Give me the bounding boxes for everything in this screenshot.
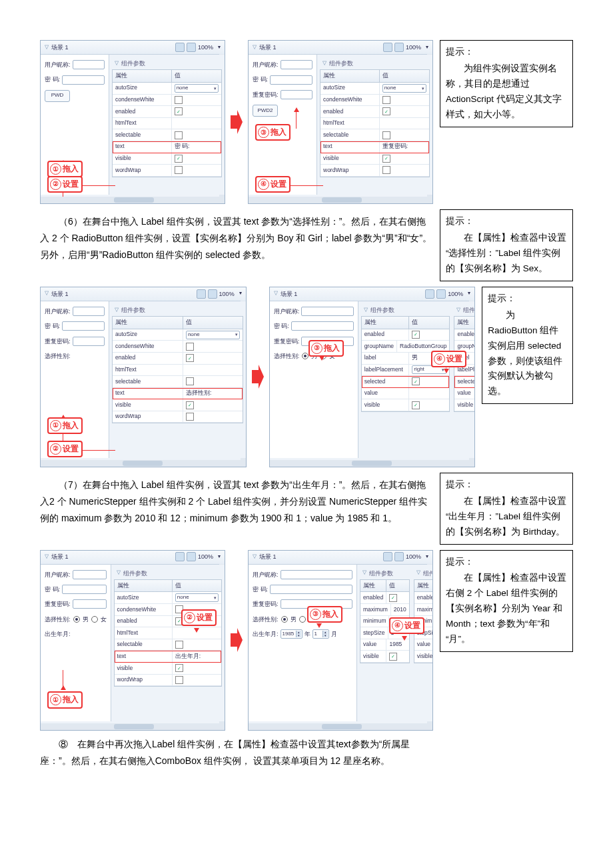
user-input[interactable]: [73, 60, 105, 69]
panel-scene-2a: ▽场景 1 100%▾ 用户昵称: 密 码: 重复密码: 选择性别: ▽组件参数: [40, 287, 247, 467]
checkbox[interactable]: [186, 377, 194, 385]
prop-row: value1: [414, 639, 433, 651]
prop-row: visible: [115, 663, 221, 675]
arrow-icon: [294, 107, 299, 112]
prop-row: wordWrap: [320, 165, 429, 177]
prop-row: enabled: [360, 592, 409, 604]
scene-title: 场景 1: [51, 43, 69, 52]
callout-drag-3: ③拖入: [255, 124, 291, 141]
flow-arrow-icon: [231, 40, 243, 204]
tip-box-3: 提示： 为 RadioButton 组件实例启用 selected 参数，则使该…: [482, 287, 573, 405]
checkbox[interactable]: [175, 131, 183, 139]
prop-row: value: [362, 388, 450, 400]
prop-row: maximum2010: [360, 604, 409, 616]
prop-row: htmlText: [113, 365, 243, 377]
checkbox[interactable]: [186, 343, 194, 351]
chevron-down-icon[interactable]: ▾: [218, 43, 221, 52]
prop-row: visible: [454, 399, 475, 411]
callout-set-4: ④设置: [255, 176, 291, 193]
prop-row: selectable: [115, 639, 221, 651]
paragraph-8: ⑧ 在舞台中再次拖入Label 组件实例，在【属性】检查器中设置其text参数为…: [40, 736, 433, 769]
dropdown[interactable]: none▾: [175, 593, 219, 602]
prop-row: htmlText: [113, 118, 221, 130]
prop-row: visible: [320, 153, 429, 165]
prop-row: visible: [113, 153, 221, 165]
year-stepper[interactable]: 1985▴▾: [281, 629, 303, 639]
prop-row: text密 码:: [113, 141, 221, 153]
paragraph-6: （6）在舞台中拖入 Label 组件实例，设置其 text 参数为“选择性别：”…: [40, 213, 433, 264]
checkbox[interactable]: [186, 401, 194, 409]
scrollbar-h[interactable]: [41, 197, 225, 203]
prop-row: text出生年月:: [115, 651, 221, 663]
prop-row: autoSizenone▾: [113, 329, 243, 341]
flow-arrow-icon: [231, 550, 243, 731]
prop-row: maximum12: [414, 604, 433, 616]
prop-row: selected: [362, 376, 450, 388]
checkbox[interactable]: [175, 166, 183, 174]
prop-row: visible: [360, 651, 409, 663]
checkbox[interactable]: [382, 96, 390, 104]
prop-row: selected: [454, 376, 475, 388]
prop-row: wordWrap: [113, 165, 221, 177]
inspector-area: ▽组件参数 属性值 autoSizenone▾condenseWhiteenab…: [109, 55, 225, 195]
prop-row: enabled: [113, 106, 221, 118]
prop-row: autoSizenone▾: [320, 83, 429, 95]
checkbox[interactable]: [412, 331, 420, 339]
prop-row: text选择性别:: [113, 388, 243, 400]
callout-drag-1: ①拖入: [47, 161, 83, 177]
checkbox[interactable]: [186, 354, 194, 362]
prop-row: htmlText: [115, 627, 221, 639]
prop-row: text重复密码:: [320, 141, 429, 153]
pwd-button[interactable]: PWD: [45, 90, 70, 102]
prop-row: enabled: [320, 106, 429, 118]
checkbox[interactable]: [175, 676, 183, 684]
checkbox[interactable]: [412, 401, 420, 409]
pass-input[interactable]: [62, 75, 105, 85]
checkbox[interactable]: [175, 664, 183, 672]
prop-row: selectable: [113, 376, 243, 388]
tip-box-5: 提示： 在【属性】检查器中设置右侧 2 个 Label 组件实例的【实例名称】分…: [440, 550, 573, 653]
zoom-value: 100%: [198, 43, 213, 52]
prop-row: visible: [362, 399, 450, 411]
prop-row: condenseWhite: [113, 95, 221, 107]
panel-header: ▽场景 1 100% ▾: [41, 41, 225, 55]
prop-row: selectable: [113, 129, 221, 141]
checkbox[interactable]: [186, 413, 194, 421]
prop-row: enabled: [454, 329, 475, 341]
collapse-icon: ▽: [45, 43, 49, 52]
prop-row: wordWrap: [115, 675, 221, 687]
checkbox[interactable]: [382, 131, 390, 139]
dropdown[interactable]: none▾: [175, 84, 219, 93]
prop-row: condenseWhite: [320, 95, 429, 107]
prop-row: enabled: [362, 329, 450, 341]
tool-icon[interactable]: [175, 43, 185, 52]
checkbox[interactable]: [389, 653, 397, 661]
prop-row: autoSizenone▾: [113, 83, 221, 95]
dropdown[interactable]: none▾: [186, 331, 240, 339]
tip-box-4: 提示： 在【属性】检查器中设置“出生年月：”Label 组件实例的【实例名称】为…: [440, 473, 573, 545]
tool-icon[interactable]: [187, 43, 196, 52]
panel-scene-1b: ▽场景 1 100%▾ 用户昵称: 密 码: 重复密码: PWD2 ▽组件参数 …: [248, 40, 433, 204]
checkbox[interactable]: [412, 377, 420, 385]
panel-scene-2b: ▽场景 1 100%▾ 用户昵称: 密 码: 重复密码: 选择性别: 男 女: [269, 287, 476, 467]
checkbox[interactable]: [175, 107, 183, 115]
tip-box-2: 提示： 在【属性】检查器中设置“选择性别：”Label 组件实例的【实例名称】为…: [440, 209, 573, 281]
radio-male[interactable]: [302, 353, 308, 359]
panel-scene-1a: ▽场景 1 100% ▾ 用户昵称: 密 码: PWD: [40, 40, 225, 204]
prop-row: visible: [113, 399, 243, 411]
checkbox[interactable]: [389, 594, 397, 602]
checkbox[interactable]: [382, 155, 390, 163]
checkbox[interactable]: [382, 166, 390, 174]
checkbox[interactable]: [175, 155, 183, 163]
dropdown[interactable]: none▾: [382, 84, 426, 93]
checkbox[interactable]: [382, 107, 390, 115]
month-stepper[interactable]: 1▴▾: [312, 629, 329, 639]
panel-scene-3a: ▽场景 1 100%▾ 用户昵称: 密 码: 重复密码: 选择性别:男女 出生年…: [40, 550, 225, 731]
flow-arrow-icon: [252, 287, 264, 467]
prop-row: autoSizenone▾: [115, 592, 221, 604]
prop-row: enabled: [414, 592, 433, 604]
prop-row: condenseWhite: [113, 341, 243, 353]
checkbox[interactable]: [175, 96, 183, 104]
prop-row: enabled: [113, 353, 243, 365]
checkbox[interactable]: [175, 641, 183, 649]
